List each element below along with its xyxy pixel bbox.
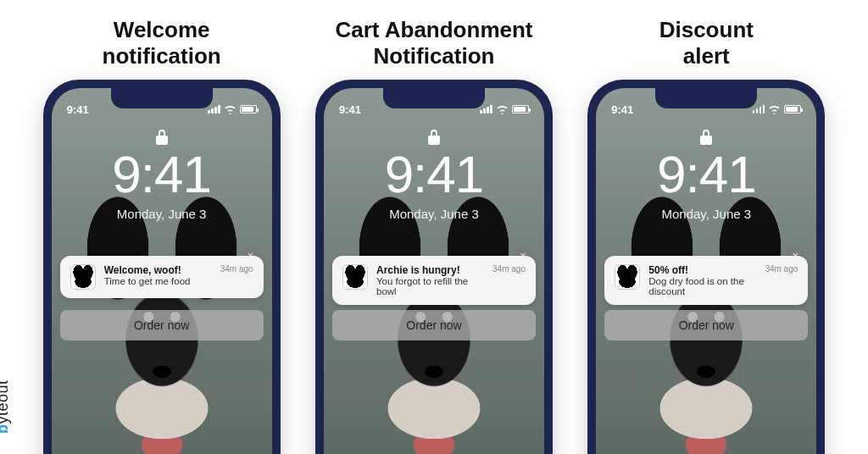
heading-welcome: Welcome notification: [25, 17, 298, 69]
notification-time: 34m ago: [220, 264, 253, 274]
notification-title: Welcome, woof!: [104, 264, 212, 276]
order-now-button[interactable]: Order now: [60, 310, 264, 340]
phone-screen: 9:41 9:41 Monday, June 3 × Welcome, woof…: [52, 88, 272, 454]
notification-message: You forgot to refill the bowl: [376, 276, 484, 296]
phone-screen: 9:41 9:41 Monday, June 3 × Archie is hun…: [324, 88, 544, 454]
signal-icon: [753, 105, 765, 114]
lockscreen-date: Monday, June 3: [324, 207, 544, 221]
status-icons: [480, 105, 529, 114]
heading-discount: Discount alert: [570, 17, 843, 69]
wifi-icon: [496, 105, 509, 114]
lockscreen-time: 9:41: [324, 144, 544, 204]
lockscreen-date: Monday, June 3: [596, 207, 816, 221]
phone-mockup: 9:41 9:41 Monday, June 3 × 50% off! Dog …: [587, 80, 825, 454]
battery-icon: [240, 105, 257, 114]
order-now-button[interactable]: Order now: [332, 310, 536, 340]
notification-message: Time to get me food: [104, 276, 212, 286]
signal-icon: [480, 105, 492, 114]
status-time: 9:41: [611, 103, 633, 116]
notification-message: Dog dry food is on the discount: [648, 276, 756, 296]
notification-card[interactable]: 50% off! Dog dry food is on the discount…: [604, 256, 808, 305]
status-icons: [753, 105, 802, 114]
notification-title: Archie is hungry!: [376, 264, 484, 276]
app-icon: [615, 264, 640, 290]
notification-time: 34m ago: [765, 264, 798, 274]
phone-screen: 9:41 9:41 Monday, June 3 × 50% off! Dog …: [596, 88, 816, 454]
battery-icon: [784, 105, 801, 114]
heading-cart-abandonment: Cart Abandonment Notification: [298, 17, 570, 69]
lockscreen-time: 9:41: [52, 144, 272, 204]
notification-title: 50% off!: [648, 264, 756, 276]
app-icon: [342, 264, 368, 290]
lockscreen-date: Monday, June 3: [52, 207, 272, 221]
phone-notch: [383, 88, 485, 108]
app-icon: [70, 264, 96, 290]
brand-text: yteout: [0, 379, 11, 424]
lockscreen-time: 9:41: [596, 144, 816, 204]
brand-logo: byteout: [0, 379, 12, 434]
status-icons: [208, 105, 257, 114]
notification-time: 34m ago: [492, 264, 526, 274]
status-time: 9:41: [67, 103, 89, 116]
phone-mockup: 9:41 9:41 Monday, June 3 × Archie is hun…: [315, 80, 553, 454]
status-time: 9:41: [339, 103, 361, 116]
wifi-icon: [768, 105, 781, 114]
phone-mockup: 9:41 9:41 Monday, June 3 × Welcome, woof…: [43, 80, 281, 454]
wifi-icon: [224, 105, 236, 114]
notification-card[interactable]: Archie is hungry! You forgot to refill t…: [332, 256, 536, 305]
order-now-button[interactable]: Order now: [604, 310, 808, 340]
phone-notch: [655, 88, 757, 108]
notification-card[interactable]: Welcome, woof! Time to get me food 34m a…: [60, 256, 264, 298]
battery-icon: [512, 105, 529, 114]
phone-notch: [111, 88, 213, 108]
signal-icon: [208, 105, 220, 114]
